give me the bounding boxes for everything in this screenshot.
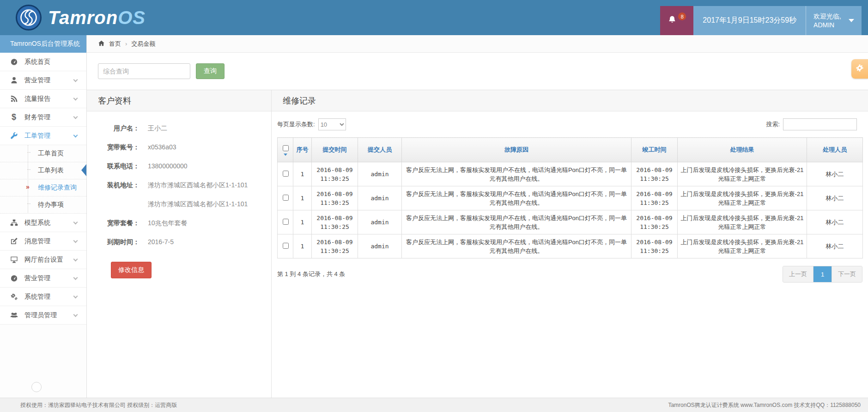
cell-cause: 客户反应无法上网，客服核实发现用户不在线，电话沟通光猫Pon口灯不亮，同一单元有… — [402, 162, 631, 186]
cell-result: 上门后发现是皮线冷接头损坏，更换后光衰-21光猫正常上网正常 — [678, 234, 807, 258]
sidebar-item-workorder-mgmt[interactable]: 工单管理 — [0, 127, 86, 145]
table-footer-row: 第 1 到 4 条记录，共 4 条 上一页 1 下一页 — [272, 258, 868, 283]
row-checkbox[interactable] — [283, 219, 289, 225]
cell-num: 1 — [293, 186, 312, 210]
brand-area: TamronOS — [0, 0, 146, 35]
search-input[interactable] — [98, 63, 190, 79]
cell-submitter: admin — [358, 234, 402, 258]
sidebar-item-message-mgmt[interactable]: 消息管理 — [0, 232, 86, 251]
cell-handler: 林小二 — [807, 162, 863, 186]
sidebar-item-model-system[interactable]: 模型系统 — [0, 214, 86, 232]
chevron-down-icon — [73, 220, 78, 225]
field-broadband-plan: 宽带套餐： 10兆包年套餐 — [97, 218, 271, 228]
repair-records-table: 序号 提交时间 提交人员 故障原因 竣工时间 处理结果 处理人员 1 — [277, 137, 863, 258]
row-checkbox[interactable] — [283, 171, 289, 177]
active-item-pointer — [81, 164, 86, 176]
records-summary: 第 1 到 4 条记录，共 4 条 — [277, 270, 345, 278]
chevron-down-icon — [73, 133, 78, 138]
cell-submit-time: 2016-08-09 11:30:25 — [312, 234, 358, 258]
chevron-down-icon — [73, 239, 78, 243]
footer-support-text: TamronOS腾龙认证计费系统 www.TamronOS.com 技术支持QQ… — [668, 401, 861, 409]
cell-finish-time: 2016-08-09 11:30:25 — [631, 186, 678, 210]
sidebar-item-webhall-settings[interactable]: 网厅前台设置 — [0, 251, 86, 269]
chevron-down-icon — [73, 96, 78, 101]
customer-panel-title: 客户资料 — [87, 90, 271, 111]
edit-icon — [8, 237, 19, 245]
sidebar-item-system-mgmt[interactable]: 系统管理 — [0, 288, 86, 306]
row-checkbox[interactable] — [283, 243, 289, 249]
pagination-next-button[interactable]: 下一页 — [832, 266, 862, 282]
field-install-address-2: 潍坊市潍城区西城名都小区1-1-101 — [97, 199, 271, 209]
sidebar-item-traffic-report[interactable]: 流量报告 — [0, 90, 86, 108]
notifications-button[interactable]: 8 — [660, 6, 693, 35]
field-broadband-account: 宽带账号： x0536a03 — [97, 142, 271, 152]
sidebar-subitem-repair-record-query[interactable]: » 维修记录查询 — [0, 179, 86, 197]
table-search-control: 搜索: — [766, 118, 862, 130]
panels: 客户资料 用户名： 王小二 宽带账号： x0536a03 联系电话： 13800… — [87, 90, 868, 398]
col-header-finish-time[interactable]: 竣工时间 — [631, 138, 678, 162]
sidebar-item-finance-mgmt[interactable]: $ 财务管理 — [0, 108, 86, 127]
bell-icon — [668, 15, 677, 26]
cell-submit-time: 2016-08-09 11:30:25 — [312, 162, 358, 186]
col-header-result[interactable]: 处理结果 — [678, 138, 807, 162]
col-header-handler[interactable]: 处理人员 — [807, 138, 863, 162]
field-contact-phone: 联系电话： 13800000000 — [97, 161, 271, 171]
dashboard-icon — [8, 58, 19, 66]
cell-submit-time: 2016-08-09 11:30:25 — [312, 186, 358, 210]
breadcrumb-home[interactable]: 首页 — [109, 40, 121, 48]
brand-wordmark: TamronOS — [48, 7, 146, 28]
sidebar-subitem-workorder-home[interactable]: ··· 工单首页 — [0, 145, 86, 162]
notification-badge: 8 — [678, 12, 686, 20]
sidebar-subitem-workorder-list[interactable]: ··· 工单列表 — [0, 162, 86, 179]
table-row: 1 2016-08-09 11:30:25 admin 客户反应无法上网，客服核… — [278, 210, 863, 234]
page-size-label: 每页显示条数: — [277, 120, 315, 129]
pagination-prev-button[interactable]: 上一页 — [783, 266, 813, 282]
chevron-down-icon — [73, 294, 78, 299]
sidebar-item-business-mgmt[interactable]: 营业管理 — [0, 71, 86, 90]
customer-fields: 用户名： 王小二 宽带账号： x0536a03 联系电话： 1380000000… — [87, 111, 271, 278]
table-search-label: 搜索: — [766, 120, 780, 129]
edit-info-button[interactable]: 修改信息 — [111, 262, 152, 278]
caret-down-icon — [849, 19, 854, 22]
cell-submitter: admin — [358, 210, 402, 234]
sidebar-item-business-mgmt-2[interactable]: 营业管理 — [0, 269, 86, 288]
cell-num: 1 — [293, 234, 312, 258]
table-search-input[interactable] — [783, 118, 857, 130]
page-size-select[interactable]: 10 — [318, 118, 346, 130]
cell-finish-time: 2016-08-09 11:30:25 — [631, 234, 678, 258]
sidebar-item-system-home[interactable]: 系统首页 — [0, 53, 86, 71]
user-menu[interactable]: 欢迎光临, ADMIN — [806, 6, 862, 35]
table-controls: 每页显示条数: 10 搜索: — [272, 111, 868, 136]
dollar-icon: $ — [8, 112, 19, 122]
welcome-text: 欢迎光临, ADMIN — [813, 12, 841, 30]
sidebar-subitem-todo-items[interactable]: ··· 待办事项 — [0, 197, 86, 214]
col-header-submit-time[interactable]: 提交时间 — [312, 138, 358, 162]
col-header-cause[interactable]: 故障原因 — [402, 138, 631, 162]
cell-submitter: admin — [358, 186, 402, 210]
gear-icon — [855, 63, 864, 74]
cell-result: 上门后发现是皮线冷接头损坏，更换后光衰-21光猫正常上网正常 — [678, 210, 807, 234]
settings-flyout-button[interactable] — [851, 59, 868, 79]
tree-dots-icon: ··· — [27, 149, 30, 155]
col-header-num[interactable]: 序号 — [293, 138, 312, 162]
pagination-page-1[interactable]: 1 — [813, 266, 832, 282]
table-row: 1 2016-08-09 11:30:25 admin 客户反应无法上网，客服核… — [278, 234, 863, 258]
pagination: 上一页 1 下一页 — [783, 266, 862, 283]
sidebar-item-admin-mgmt[interactable]: 管理员管理 — [0, 306, 86, 325]
query-button[interactable]: 查询 — [196, 63, 225, 79]
row-checkbox[interactable] — [283, 195, 289, 201]
select-all-checkbox[interactable] — [283, 145, 289, 151]
table-row: 1 2016-08-09 11:30:25 admin 客户反应无法上网，客服核… — [278, 162, 863, 186]
sidebar-collapse-handle[interactable] — [31, 382, 42, 392]
sidebar-title: TamronOS后台管理系统 — [0, 35, 86, 53]
cell-submitter: admin — [358, 162, 402, 186]
user-icon — [8, 76, 19, 84]
chevron-down-icon — [73, 313, 78, 317]
logo-globe-icon — [19, 8, 38, 27]
brand-secondary: OS — [118, 7, 146, 28]
tree-dots-icon: ··· — [27, 166, 30, 172]
table-row: 1 2016-08-09 11:30:25 admin 客户反应无法上网，客服核… — [278, 186, 863, 210]
col-header-submitter[interactable]: 提交人员 — [358, 138, 402, 162]
page-size-control: 每页显示条数: 10 — [277, 118, 346, 130]
cell-cause: 客户反应无法上网，客服核实发现用户不在线，电话沟通光猫Pon口灯不亮，同一单元有… — [402, 210, 631, 234]
